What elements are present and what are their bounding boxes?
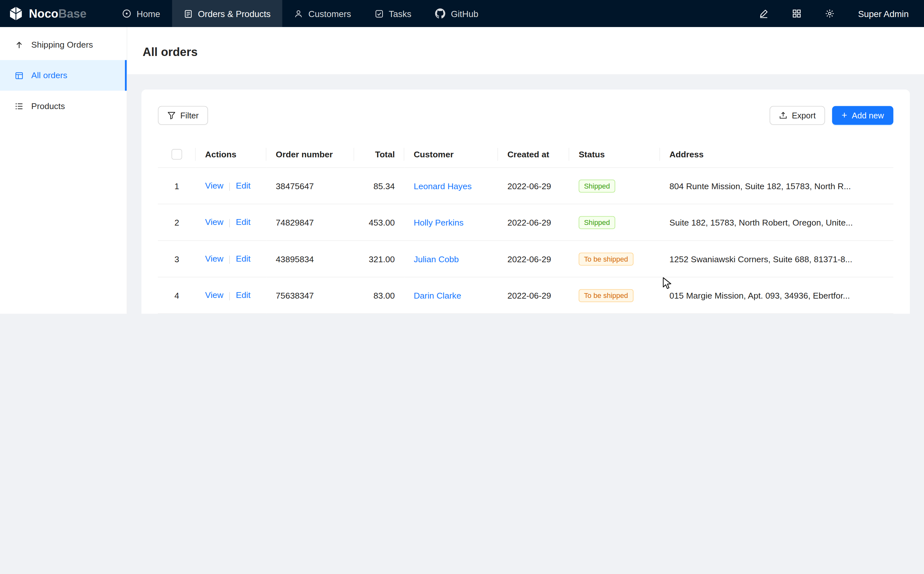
page-title: All orders: [143, 43, 924, 60]
sidebar-item-label: Shipping Orders: [31, 40, 93, 49]
design-mode-pen-icon[interactable]: [759, 9, 769, 18]
logo-text: NocoBase: [29, 8, 87, 20]
address-cell: 015 Margie Mission, Apt. 093, 34936, Ebe…: [660, 277, 893, 313]
view-link[interactable]: View: [205, 254, 223, 263]
order-number: 75638347: [276, 290, 314, 300]
status-badge: To be shipped: [578, 289, 633, 302]
status-badge: Shipped: [578, 216, 615, 229]
customer-cell: Leonard Hayes: [404, 168, 498, 204]
nav-item-customers[interactable]: Customers: [282, 0, 363, 27]
order-total: 85.34: [373, 181, 395, 191]
address: 015 Margie Mission, Apt. 093, 34936, Ebe…: [669, 290, 850, 300]
home-icon: [122, 9, 131, 18]
app-window: NocoBase Home Orders & Products Customer…: [0, 0, 924, 314]
order-number-cell: 75638347: [266, 277, 354, 313]
row-index: 1: [174, 181, 179, 191]
status-cell: Shipped: [569, 204, 660, 240]
view-link[interactable]: View: [205, 290, 223, 300]
total-cell: 83.00: [354, 277, 404, 313]
customer-cell: Holly Perkins: [404, 204, 498, 240]
status-badge: To be shipped: [578, 252, 633, 265]
arrow-up-icon: [14, 40, 24, 49]
plugins-grid-icon[interactable]: [792, 9, 801, 18]
sidebar-item-shipping-orders[interactable]: Shipping Orders: [0, 30, 127, 60]
created-at-cell: 2022-06-29: [498, 277, 569, 313]
header-order-number: Order number: [266, 141, 354, 167]
action-divider: [229, 292, 230, 300]
settings-gear-icon[interactable]: [825, 9, 834, 18]
page-header: All orders: [127, 27, 924, 74]
action-divider: [229, 255, 230, 264]
sidebar-item-label: All orders: [31, 71, 67, 80]
actions-cell: ViewEdit: [196, 204, 267, 240]
header-address: Address: [660, 141, 893, 167]
nav-item-label: Tasks: [389, 9, 411, 19]
status-cell: Shipped: [569, 168, 660, 204]
status-cell: To be shipped: [569, 277, 660, 313]
github-icon: [435, 8, 445, 19]
customer-link[interactable]: Julian Cobb: [414, 254, 459, 263]
nav-item-github[interactable]: GitHub: [423, 0, 490, 27]
customer-cell: Darin Clarke: [404, 277, 498, 313]
customer-link[interactable]: Holly Perkins: [414, 218, 464, 227]
add-new-button[interactable]: + Add new: [832, 106, 893, 125]
edit-link[interactable]: Edit: [236, 290, 251, 300]
filter-funnel-icon: [167, 111, 176, 120]
created-at: 2022-06-29: [507, 218, 551, 227]
order-total: 83.00: [373, 290, 395, 300]
top-navbar: NocoBase Home Orders & Products Customer…: [0, 0, 924, 27]
nav-item-home[interactable]: Home: [110, 0, 172, 27]
main-nav: Home Orders & Products Customers Tasks: [110, 0, 490, 27]
customers-icon: [294, 9, 303, 18]
filter-button[interactable]: Filter: [158, 106, 208, 125]
view-link[interactable]: View: [205, 181, 223, 191]
sidebar-item-products[interactable]: Products: [0, 91, 127, 121]
header-status: Status: [569, 141, 660, 167]
sidebar: Shipping Orders All orders Products: [0, 27, 127, 314]
orders-table: Actions Order number Total Customer Crea…: [158, 141, 893, 314]
nav-item-tasks[interactable]: Tasks: [363, 0, 423, 27]
order-total: 453.00: [369, 218, 395, 227]
action-divider: [229, 219, 230, 227]
header-total: Total: [354, 141, 404, 167]
sidebar-item-all-orders[interactable]: All orders: [0, 60, 127, 91]
address-cell: 804 Runte Mission, Suite 182, 15783, Nor…: [660, 168, 893, 204]
order-total: 321.00: [369, 254, 395, 263]
total-cell: 321.00: [354, 241, 404, 277]
export-button-label: Export: [792, 111, 815, 120]
table-row: 3 ViewEdit 43895834 321.00 Julian Cobb 2…: [158, 241, 893, 277]
order-number-cell: 74829847: [266, 204, 354, 240]
user-menu[interactable]: Super Admin: [858, 9, 908, 19]
customer-link[interactable]: Leonard Hayes: [414, 181, 472, 191]
status-badge: Shipped: [578, 179, 615, 192]
edit-link[interactable]: Edit: [236, 181, 251, 191]
edit-link[interactable]: Edit: [236, 218, 251, 227]
export-button[interactable]: Export: [769, 106, 825, 125]
tasks-icon: [375, 9, 384, 18]
table-toolbar: Filter Export + Add new: [158, 106, 893, 125]
header-created-at: Created at: [498, 141, 569, 167]
row-index-cell: 4: [158, 277, 196, 313]
table-row: 4 ViewEdit 75638347 83.00 Darin Clarke 2…: [158, 277, 893, 313]
status-cell: To be shipped: [569, 241, 660, 277]
table-row: 1 ViewEdit 38475647 85.34 Leonard Hayes …: [158, 168, 893, 204]
add-new-button-label: Add new: [852, 111, 884, 120]
select-all-checkbox[interactable]: [172, 149, 182, 159]
actions-cell: ViewEdit: [196, 241, 267, 277]
navbar-tools: Super Admin: [759, 0, 924, 27]
row-index: 4: [174, 290, 179, 300]
actions-cell: ViewEdit: [196, 277, 267, 313]
edit-link[interactable]: Edit: [236, 254, 251, 263]
orders-table-body: 1 ViewEdit 38475647 85.34 Leonard Hayes …: [158, 168, 893, 314]
customer-link[interactable]: Darin Clarke: [414, 290, 461, 300]
order-number: 38475647: [276, 181, 314, 191]
nav-item-orders-products[interactable]: Orders & Products: [172, 0, 282, 27]
row-index-cell: 2: [158, 204, 196, 240]
plus-icon: +: [842, 111, 847, 120]
view-link[interactable]: View: [205, 218, 223, 227]
logo[interactable]: NocoBase: [0, 0, 97, 27]
nav-item-label: Home: [136, 9, 160, 19]
sidebar-item-label: Products: [31, 101, 65, 111]
customer-cell: Julian Cobb: [404, 241, 498, 277]
nav-item-label: Orders & Products: [198, 9, 271, 19]
